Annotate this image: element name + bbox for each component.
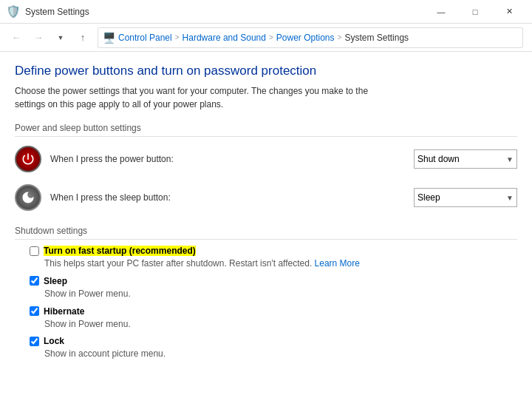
shutdown-item-lock: Lock Show in account picture menu.	[15, 336, 517, 360]
lock-desc: Show in account picture menu.	[30, 348, 517, 360]
back-button[interactable]: ←	[6, 27, 27, 48]
minimize-button[interactable]: —	[424, 0, 458, 24]
breadcrumb-control-panel[interactable]: Control Panel	[118, 33, 172, 43]
sleep-button-dropdown-wrapper[interactable]: Do nothing Sleep Hibernate Shut down Tur…	[414, 188, 517, 207]
shutdown-settings-label: Shutdown settings	[15, 226, 517, 240]
sleep-button-row: When I press the sleep button: Do nothin…	[15, 181, 517, 214]
power-button-icon	[15, 146, 41, 172]
fast-startup-desc: This helps start your PC faster after sh…	[30, 257, 517, 270]
main-content: Define power buttons and turn on passwor…	[0, 52, 532, 398]
recent-button[interactable]: ▼	[50, 27, 71, 48]
breadcrumb-sep-1: >	[175, 33, 180, 41]
shutdown-section: Shutdown settings Turn on fast startup (…	[15, 226, 517, 360]
up-button[interactable]: ↑	[72, 27, 93, 48]
fast-startup-checkbox[interactable]	[30, 246, 39, 256]
sleep-button-dropdown[interactable]: Do nothing Sleep Hibernate Shut down Tur…	[417, 192, 514, 203]
button-settings-section: Power and sleep button settings When I p…	[15, 123, 517, 214]
hibernate-desc: Show in Power menu.	[30, 318, 517, 331]
shutdown-item-hibernate: Hibernate Show in Power menu.	[15, 306, 517, 331]
fast-startup-checkbox-row: Turn on fast startup (recommended)	[30, 246, 517, 256]
breadcrumb-icon: 🖥️	[103, 32, 115, 44]
power-button-dropdown[interactable]: Do nothing Sleep Hibernate Shut down Tur…	[417, 154, 514, 164]
close-button[interactable]: ✕	[492, 0, 526, 24]
hibernate-checkbox[interactable]	[30, 306, 39, 316]
sleep-button-label: When I press the sleep button:	[50, 192, 405, 203]
breadcrumb-sep-3: >	[338, 33, 342, 41]
lock-checkbox-row: Lock	[30, 336, 517, 346]
learn-more-link[interactable]: Learn More	[315, 258, 360, 269]
page-title: Define power buttons and turn on passwor…	[15, 64, 517, 78]
lock-label: Lock	[44, 336, 64, 346]
breadcrumb-hardware-sound[interactable]: Hardware and Sound	[183, 33, 266, 43]
forward-button[interactable]: →	[28, 27, 49, 48]
shutdown-item-fast-startup: Turn on fast startup (recommended) This …	[15, 246, 517, 270]
shutdown-item-sleep: Sleep Show in Power menu.	[15, 276, 517, 300]
hibernate-label: Hibernate	[44, 306, 84, 317]
window-controls: — □ ✕	[424, 0, 526, 24]
power-button-label: When I press the power button:	[50, 154, 405, 164]
title-bar: 🛡️ System Settings — □ ✕	[0, 0, 532, 24]
page-description: Choose the power settings that you want …	[15, 84, 399, 111]
content-area: Define power buttons and turn on passwor…	[0, 52, 532, 398]
fast-startup-label: Turn on fast startup (recommended)	[44, 246, 196, 256]
app-icon: 🛡️	[6, 4, 21, 18]
power-button-dropdown-wrapper[interactable]: Do nothing Sleep Hibernate Shut down Tur…	[414, 149, 517, 169]
breadcrumb-sep-2: >	[269, 33, 273, 41]
power-button-row: When I press the power button: Do nothin…	[15, 143, 517, 175]
sleep-checkbox[interactable]	[30, 276, 39, 286]
maximize-button[interactable]: □	[458, 0, 492, 24]
sleep-button-icon	[15, 184, 41, 211]
lock-checkbox[interactable]	[30, 337, 39, 346]
button-settings-label: Power and sleep button settings	[15, 123, 517, 137]
breadcrumb-power-options[interactable]: Power Options	[276, 33, 335, 43]
power-svg-icon	[21, 152, 35, 166]
breadcrumb-current: System Settings	[344, 33, 409, 43]
breadcrumb: 🖥️ Control Panel > Hardware and Sound > …	[98, 27, 523, 48]
hibernate-checkbox-row: Hibernate	[30, 306, 517, 317]
sleep-desc: Show in Power menu.	[30, 288, 517, 300]
sleep-svg-icon	[21, 190, 35, 205]
sleep-label: Sleep	[44, 276, 67, 286]
app-title: System Settings	[25, 7, 89, 17]
sleep-checkbox-row: Sleep	[30, 276, 517, 286]
nav-bar: ← → ▼ ↑ 🖥️ Control Panel > Hardware and …	[0, 24, 532, 52]
